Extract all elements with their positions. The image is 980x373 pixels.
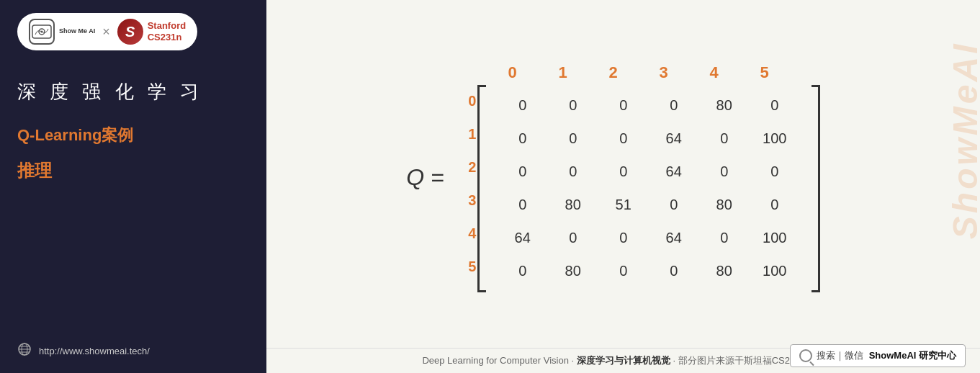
matrix-cell: 0: [498, 130, 548, 147]
matrix-rows-area: 012345 000080000064010000064000805108006…: [462, 85, 812, 292]
matrix-container: Q = 012345 012345 0000800000640100000640…: [406, 63, 811, 292]
footer-dot1: ·: [572, 355, 577, 366]
matrix-cell: 64: [498, 230, 548, 246]
matrix-row: 000640100: [498, 122, 800, 156]
matrix-cell: 0: [548, 130, 598, 147]
subtitle-inference: 推理: [17, 159, 249, 182]
matrix-cell: 0: [750, 163, 800, 180]
footer: Deep Learning for Computer Vision · 深度学习…: [266, 348, 980, 373]
watermark: ShowMeAI: [946, 42, 981, 240]
globe-icon: [17, 342, 32, 360]
matrix-cell: 0: [699, 230, 750, 246]
matrix-cell: 0: [598, 263, 649, 279]
search-box[interactable]: 搜索｜微信 ShowMeAI 研究中心: [790, 344, 966, 367]
matrix-row: 0000800: [498, 89, 800, 122]
matrix-data: 0000800000640100000640008051080064006401…: [486, 85, 812, 292]
stanford-label: StanfordCS231n: [148, 20, 186, 42]
search-text: 搜索｜微信 ShowMeAI 研究中心: [817, 349, 956, 362]
matrix-with-labels: 012345 012345 00008000006401000006400080…: [462, 63, 812, 292]
matrix-cell: 0: [548, 97, 598, 114]
matrix-cell: 0: [649, 97, 699, 114]
matrix-row: 080510800: [498, 189, 800, 222]
subtitle-qlearning: Q-Learning案例: [17, 125, 249, 146]
matrix-row: 0800080100: [498, 255, 800, 288]
matrix-cell: 0: [649, 197, 699, 213]
website-link[interactable]: http://www.showmeai.tech/: [39, 346, 150, 356]
matrix-cell: 80: [699, 97, 750, 114]
matrix-cell: 0: [598, 230, 649, 246]
footer-text2: 深度学习与计算机视觉: [577, 355, 670, 366]
website-row: http://www.showmeai.tech/: [17, 335, 249, 360]
matrix-cell: 0: [498, 97, 548, 114]
matrix-cell: 0: [750, 97, 800, 114]
matrix-cell: 64: [649, 230, 699, 246]
matrix-cell: 80: [548, 263, 598, 279]
matrix-cell: 51: [598, 197, 649, 213]
col-header: 0: [487, 63, 538, 82]
col-header: 4: [689, 63, 740, 82]
col-header: 2: [588, 63, 639, 82]
matrix-row: 0006400: [498, 156, 800, 189]
sidebar: Show Me AI × S StanfordCS231n 深 度 强 化 学 …: [0, 0, 266, 373]
matrix-cell: 0: [498, 197, 548, 213]
matrix-area: Q = 012345 012345 0000800000640100000640…: [266, 0, 980, 348]
bracket-left: [477, 85, 486, 292]
col-header: 5: [740, 63, 790, 82]
q-label: Q =: [406, 164, 444, 191]
matrix-cell: 0: [649, 263, 699, 279]
bracket-right: [812, 85, 820, 292]
showmeai-logo: Show Me AI: [29, 19, 95, 45]
matrix-cell: 0: [699, 163, 750, 180]
col-headers: 012345: [487, 63, 812, 82]
stanford-logo: S StanfordCS231n: [117, 19, 186, 45]
logo-bar: Show Me AI × S StanfordCS231n: [17, 13, 197, 50]
matrix-cell: 0: [750, 197, 800, 213]
showmeai-label: Show Me AI: [59, 28, 95, 35]
matrix-cell: 0: [598, 97, 649, 114]
showmeai-icon: [29, 19, 55, 45]
stanford-s-icon: S: [117, 19, 143, 45]
matrix-cell: 100: [750, 263, 800, 279]
col-header: 3: [639, 63, 689, 82]
matrix-row: 6400640100: [498, 222, 800, 255]
matrix-cell: 80: [548, 197, 598, 213]
main-content: ShowMeAI Q = 012345 012345 0000800000640…: [266, 0, 980, 373]
matrix-cell: 0: [498, 163, 548, 180]
matrix-cell: 0: [598, 163, 649, 180]
footer-dot2: ·: [673, 355, 678, 366]
matrix-cell: 80: [699, 263, 750, 279]
matrix-cell: 0: [498, 263, 548, 279]
matrix-cell: 80: [699, 197, 750, 213]
matrix-cell: 100: [750, 130, 800, 147]
matrix-cell: 0: [699, 130, 750, 147]
matrix-cell: 0: [548, 163, 598, 180]
matrix-cell: 0: [598, 130, 649, 147]
footer-text1: Deep Learning for Computer Vision: [422, 355, 569, 366]
main-title: 深 度 强 化 学 习: [17, 79, 249, 104]
matrix-cell: 0: [548, 230, 598, 246]
matrix-cell: 64: [649, 130, 699, 147]
col-header: 1: [538, 63, 588, 82]
search-icon: [799, 349, 812, 362]
matrix-cell: 100: [750, 230, 800, 246]
cross-symbol: ×: [102, 24, 110, 40]
matrix-cell: 64: [649, 163, 699, 180]
